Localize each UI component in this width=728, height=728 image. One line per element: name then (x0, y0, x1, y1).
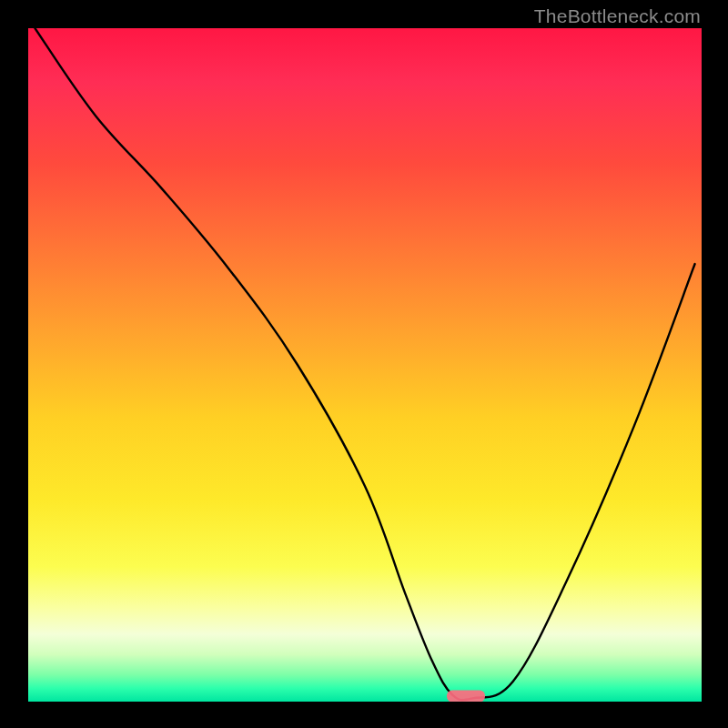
chart-frame: TheBottleneck.com (0, 0, 728, 728)
chart-svg (28, 28, 702, 702)
watermark-text: TheBottleneck.com (534, 5, 701, 27)
svg-rect-0 (447, 691, 485, 702)
plot-area (28, 28, 702, 702)
optimal-marker (447, 691, 485, 702)
bottleneck-curve (35, 28, 694, 700)
